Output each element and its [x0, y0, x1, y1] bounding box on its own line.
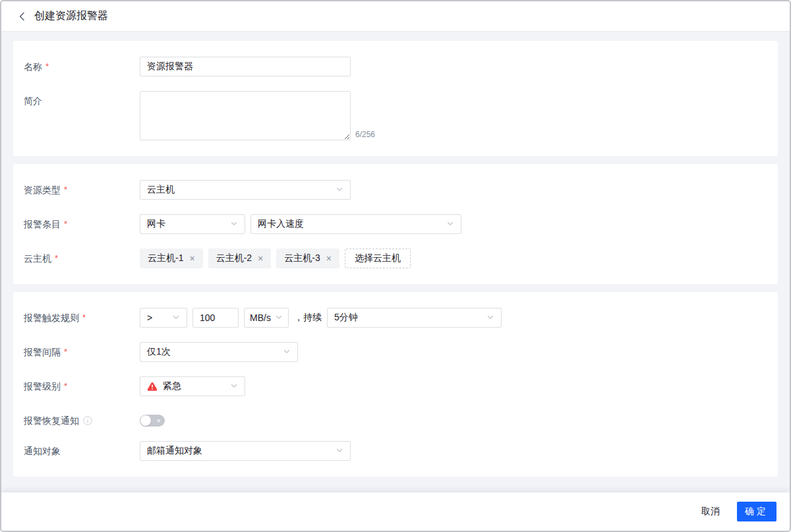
- interval-label: 报警间隔 *: [24, 342, 140, 358]
- required-asterisk: *: [45, 61, 49, 73]
- required-asterisk: *: [82, 312, 86, 324]
- alarm-item-row: 报警条目 * 网卡 网卡入速度: [24, 214, 767, 234]
- chevron-down-icon: [230, 381, 238, 392]
- chevron-down-icon: [230, 219, 238, 229]
- intro-row: 简介 6/256: [24, 91, 767, 140]
- required-asterisk: *: [64, 218, 67, 230]
- resource-type-select[interactable]: 云主机: [140, 180, 351, 200]
- name-label: 名称 *: [24, 57, 140, 73]
- toggle-off-icon: ×: [157, 415, 161, 427]
- cloud-host-row: 云主机 * 云主机-1 × 云主机-2 × 云主机-3 ×: [24, 249, 767, 268]
- duration-connector-text: ，持续: [294, 312, 322, 324]
- resource-card: 资源类型 * 云主机 报警条目 *: [13, 164, 778, 284]
- interval-row: 报警间隔 * 仅1次: [24, 342, 767, 362]
- name-input[interactable]: [140, 57, 351, 76]
- cancel-button[interactable]: 取消: [701, 506, 720, 517]
- name-row: 名称 *: [24, 57, 767, 76]
- select-cloud-host-button[interactable]: 选择云主机: [345, 249, 411, 268]
- toggle-knob: [140, 415, 151, 426]
- alarm-category-select[interactable]: 网卡: [140, 214, 245, 234]
- recovery-notice-label: 报警恢复通知: [24, 411, 140, 427]
- operator-select[interactable]: >: [140, 308, 187, 328]
- unit-select[interactable]: MB/s: [244, 308, 289, 328]
- notify-target-row: 通知对象 邮箱通知对象: [24, 441, 767, 461]
- chevron-down-icon: [336, 446, 343, 456]
- cloud-host-tag: 云主机-2 ×: [208, 249, 272, 268]
- warning-triangle-icon: [147, 382, 158, 392]
- remove-tag-icon[interactable]: ×: [326, 254, 332, 263]
- cloud-host-tag: 云主机-1 ×: [140, 249, 203, 268]
- alarm-metric-select[interactable]: 网卡入速度: [250, 214, 461, 234]
- remove-tag-icon[interactable]: ×: [189, 254, 194, 263]
- form-content: 名称 * 简介 6/256 资源类型: [1, 32, 790, 492]
- chevron-down-icon: [275, 312, 283, 323]
- recovery-notice-toggle[interactable]: ×: [140, 415, 165, 427]
- required-asterisk: *: [55, 252, 58, 264]
- char-counter: 6/256: [355, 130, 375, 140]
- required-asterisk: *: [64, 346, 67, 358]
- notify-target-label: 通知对象: [24, 441, 140, 457]
- duration-select[interactable]: 5分钟: [327, 308, 502, 328]
- trigger-rule-label: 报警触发规则 *: [24, 308, 140, 324]
- remove-tag-icon[interactable]: ×: [258, 254, 263, 263]
- chevron-left-icon: [16, 11, 28, 22]
- chevron-down-icon: [283, 347, 291, 357]
- intro-label: 简介: [24, 91, 140, 107]
- alarm-item-label: 报警条目 *: [24, 214, 140, 230]
- cloud-host-tag: 云主机-3 ×: [276, 249, 339, 268]
- confirm-button[interactable]: 确定: [737, 502, 776, 521]
- level-label: 报警级别 *: [24, 376, 140, 392]
- trigger-rule-row: 报警触发规则 * > MB/s: [24, 308, 767, 328]
- chevron-down-icon: [172, 312, 180, 323]
- chevron-down-icon: [486, 312, 494, 323]
- page-title: 创建资源报警器: [34, 9, 108, 23]
- basic-info-card: 名称 * 简介 6/256: [13, 41, 778, 156]
- page-header: 创建资源报警器: [1, 1, 790, 32]
- alarm-rule-card: 报警触发规则 * > MB/s: [13, 292, 778, 477]
- back-button[interactable]: [16, 10, 29, 23]
- resource-type-label: 资源类型 *: [24, 180, 140, 196]
- recovery-notice-row: 报警恢复通知 ×: [24, 411, 767, 427]
- level-select[interactable]: 紧急: [140, 376, 245, 396]
- footer-action-bar: 取消 确定: [1, 492, 790, 531]
- info-icon[interactable]: [83, 416, 92, 425]
- interval-select[interactable]: 仅1次: [140, 342, 298, 362]
- cloud-host-label: 云主机 *: [24, 249, 140, 264]
- chevron-down-icon: [446, 219, 454, 229]
- required-asterisk: *: [64, 380, 67, 392]
- notify-target-select[interactable]: 邮箱通知对象: [140, 441, 351, 461]
- required-asterisk: *: [64, 184, 67, 196]
- level-row: 报警级别 * 紧急: [24, 376, 767, 396]
- create-resource-alarm-page: 创建资源报警器 名称 * 简介 6/256: [0, 0, 791, 532]
- resource-type-row: 资源类型 * 云主机: [24, 180, 767, 200]
- threshold-input[interactable]: [192, 308, 239, 328]
- intro-textarea[interactable]: [140, 91, 351, 140]
- chevron-down-icon: [336, 185, 343, 195]
